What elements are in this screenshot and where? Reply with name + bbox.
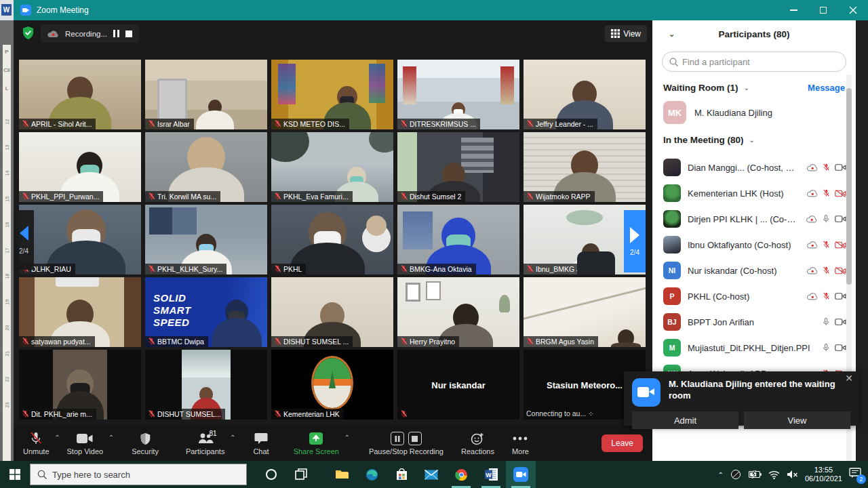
task-view-button[interactable] [286,461,316,488]
taskbar-search-input[interactable]: Type here to search [30,464,247,485]
background-text-fragment: P [0,49,14,55]
word-button[interactable]: W [476,461,506,488]
video-tile[interactable]: Dit. PKHL_arie m... [19,350,141,420]
chevron-up-icon[interactable]: ⌃ [230,434,235,441]
stop-recording-button[interactable] [125,30,132,37]
video-tile[interactable]: Herry Prayitno [397,277,519,347]
tray-expand-chevron-icon[interactable]: ⌃ [718,471,724,479]
video-tile[interactable]: Jeffry Leander - ... [524,60,646,129]
participant-row[interactable]: NINur iskandar (Co-host) [652,258,856,283]
mic-muted-icon [148,192,155,201]
video-tile[interactable]: Wijatmoko RAPP [524,132,646,202]
waiting-room-header[interactable]: Waiting Room (1) ⌄ Message [663,83,845,93]
mic-muted-icon [274,410,281,418]
chrome-button[interactable] [446,461,476,488]
word-icon: W [485,468,498,481]
participant-row[interactable]: Kementerian LHK (Host) [652,180,856,206]
tile-name-label: Israr Albar [145,119,194,129]
chevron-up-icon[interactable]: ⌃ [54,434,60,441]
video-tile[interactable]: DISHUT SUMSEL... [145,350,267,420]
minimize-button[interactable] [778,0,808,20]
mic-muted-icon [823,266,830,274]
video-tile[interactable]: Dishut Sumsel 2 [397,132,519,202]
taskbar-clock[interactable]: 13:55 06/10/2021 [805,466,842,483]
video-tile[interactable]: Israr Albar [145,60,267,129]
volume-muted-icon[interactable] [787,470,798,479]
edge-button[interactable] [357,461,387,488]
file-explorer-button[interactable] [327,461,357,488]
view-button[interactable]: View [605,25,647,42]
chevron-up-icon[interactable]: ⌃ [108,434,114,441]
in-meeting-header[interactable]: In the Meeting (80) ⌄ [663,135,845,145]
video-tile[interactable]: DITRESKRIMSUS ... [397,60,519,129]
participant-row[interactable]: BJBPPT Jon Arifian [652,309,856,335]
reactions-button[interactable]: Reactions [461,431,494,455]
cloud-recording-icon [807,292,818,300]
stop-video-button[interactable]: Stop Video ⌃ [67,431,104,455]
start-button[interactable] [0,461,30,488]
mic-muted-icon [148,338,155,346]
cortana-button[interactable] [256,461,286,488]
video-tile[interactable]: KSD METEO DIS... [271,60,393,129]
video-tile[interactable]: DLHK_RIAU [19,205,141,274]
share-screen-button[interactable]: Share Screen ⌃ [294,431,339,455]
participants-label: Participants [186,447,224,455]
security-button[interactable]: Security [132,431,159,455]
unmute-button[interactable]: Unmute ⌃ [23,431,50,455]
previous-page-button[interactable]: 2/4 [14,210,34,270]
admit-button[interactable]: Admit [632,411,738,429]
video-tile[interactable]: Tri. Korwil MA su... [145,132,267,202]
battery-icon[interactable] [749,470,762,479]
participant-row[interactable]: MMujiastuti_Dit.PKHL_Ditjen.PPI [652,335,856,361]
find-participant-input[interactable]: Find a participant [662,52,846,72]
cortana-icon [265,468,277,481]
leave-button[interactable]: Leave [601,434,643,452]
chat-button[interactable]: Chat [253,431,269,455]
pause-recording-button[interactable] [113,30,119,37]
participant-row[interactable]: PPKHL (Co-host) [652,283,856,309]
video-tile[interactable]: PKHL_Eva Famuri... [271,132,393,202]
more-button[interactable]: More [512,431,529,455]
close-button[interactable] [838,0,868,20]
waiting-room-entry[interactable]: MK M. Klaudiana Djiling [663,101,845,124]
video-tile[interactable]: DISHUT SUMSEL ... [271,277,393,347]
participant-row[interactable]: Ibnu Oktafiyanto (Co-host) [652,232,856,258]
zoom-taskbar-button[interactable] [506,461,536,488]
tile-name-label: satyawan pudyat... [19,336,95,347]
tile-name-label: PKHL_KLHK_Sury... [145,264,226,274]
participant-row[interactable]: Dian Manggi... (Co-host, me) [652,155,856,180]
wifi-icon[interactable] [768,470,780,479]
audio-device-icon[interactable] [730,470,742,480]
video-tile[interactable]: Nur iskandar [397,350,519,420]
mic-muted-icon [274,265,281,273]
participants-button[interactable]: 81 Participants ⌃ [186,431,224,455]
scrollbar-thumb[interactable] [846,88,852,285]
store-button[interactable] [387,461,416,488]
video-tile[interactable]: PKHL_PPI_Purwan... [19,132,141,202]
participant-row[interactable]: Dirjen PPI KLHK | ... (Co-host) [652,206,856,232]
mail-button[interactable] [416,461,446,488]
panel-collapse-chevron-icon[interactable]: ⌄ [669,30,675,39]
participant-status-icons [822,317,846,327]
next-page-button[interactable]: 2/4 [624,210,646,272]
notification-close-icon[interactable]: ✕ [845,373,853,384]
pause-stop-recording-button[interactable]: Pause/Stop Recording [369,431,443,455]
video-tile[interactable]: SOLIDSMARTSPEEDBBTMC Dwipa [145,277,267,347]
video-tile[interactable]: Kementerian LHK [271,350,393,420]
video-tile[interactable]: PKHL [271,205,393,274]
notification-view-button[interactable]: View [744,411,850,429]
video-tile[interactable]: BRGM Agus Yasin [524,277,646,347]
pause-icon[interactable] [391,432,404,445]
tile-name-label: PKHL [271,264,306,274]
participant-status-icons [807,163,846,171]
action-center-button[interactable]: 2 [849,468,861,481]
stop-icon[interactable] [408,432,422,445]
maximize-button[interactable] [808,0,838,20]
video-tile[interactable]: PKHL_KLHK_Sury... [145,205,267,274]
video-tile[interactable]: APRIL - Sihol Arit... [19,60,141,129]
video-tile[interactable]: BMKG-Ana Oktavia [397,205,519,274]
chevron-up-icon[interactable]: ⌃ [344,434,350,441]
security-label: Security [132,447,159,455]
message-link[interactable]: Message [808,83,845,93]
video-tile[interactable]: satyawan pudyat... [19,277,141,347]
